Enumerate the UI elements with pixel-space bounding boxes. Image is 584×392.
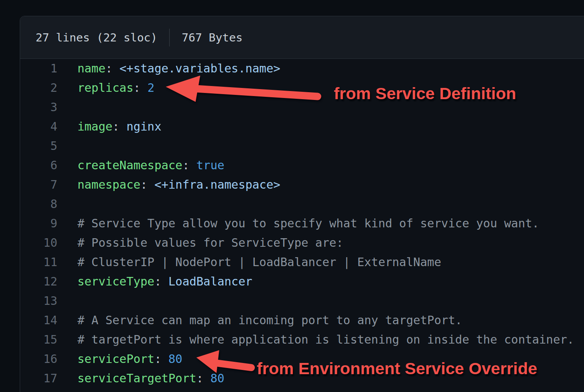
code-text: # Service Type allow you to specify what… (57, 214, 539, 233)
code-text: createNamespace: true (57, 156, 224, 175)
code-text (57, 194, 77, 214)
code-line: 15# targetPort is where application is l… (20, 330, 584, 349)
line-number[interactable]: 17 (20, 369, 57, 388)
code-text: # ClusterIP | NodePort | LoadBalancer | … (57, 253, 441, 272)
code-text (57, 98, 77, 117)
line-number[interactable]: 15 (20, 330, 57, 349)
code-text: image: nginx (57, 117, 161, 136)
code-text: serviceType: LoadBalancer (57, 272, 252, 291)
code-line: 4image: nginx (20, 117, 584, 136)
file-header-bar: 27 lines (22 sloc) 767 Bytes (20, 16, 584, 59)
line-number[interactable]: 3 (20, 98, 57, 117)
line-number[interactable]: 12 (20, 272, 57, 291)
code-line: 8 (20, 194, 584, 214)
code-line: 10# Possible values for ServiceType are: (20, 233, 584, 253)
line-number[interactable]: 11 (20, 253, 57, 272)
line-number[interactable]: 14 (20, 311, 57, 330)
code-line: 5 (20, 136, 584, 156)
line-number[interactable]: 6 (20, 156, 57, 175)
line-number[interactable]: 4 (20, 117, 57, 136)
code-line: 11# ClusterIP | NodePort | LoadBalancer … (20, 253, 584, 272)
line-number[interactable]: 1 (20, 59, 57, 78)
line-number[interactable]: 9 (20, 214, 57, 233)
line-number[interactable]: 2 (20, 78, 57, 98)
code-text: # A Service can map an incoming port to … (57, 311, 462, 330)
line-number[interactable]: 7 (20, 175, 57, 194)
line-number[interactable]: 8 (20, 194, 57, 214)
header-divider (169, 29, 170, 46)
red-arrow-icon (159, 72, 326, 110)
code-line: 7namespace: <+infra.namespace> (20, 175, 584, 194)
code-text: # Possible values for ServiceType are: (57, 233, 343, 253)
file-lines-count: 27 lines (22 sloc) (36, 31, 157, 44)
code-text: namespace: <+infra.namespace> (57, 175, 280, 194)
code-line: 6createNamespace: true (20, 156, 584, 175)
file-size: 767 Bytes (182, 31, 242, 44)
line-number[interactable]: 10 (20, 233, 57, 253)
code-text: replicas: 2 (57, 78, 155, 98)
code-text: # targetPort is where application is lis… (57, 330, 574, 349)
code-line: 12serviceType: LoadBalancer (20, 272, 584, 291)
red-arrow-icon (191, 346, 258, 376)
code-line: 13 (20, 291, 584, 311)
code-text (57, 136, 77, 156)
code-line: 9# Service Type allow you to specify wha… (20, 214, 584, 233)
annotation-label-service-definition: from Service Definition (334, 85, 516, 102)
code-line: 14# A Service can map an incoming port t… (20, 311, 584, 330)
line-number[interactable]: 5 (20, 136, 57, 156)
code-text (57, 291, 77, 311)
annotation-label-environment-service-override: from Environment Service Override (257, 360, 537, 377)
code-text: servicePort: 80 (57, 349, 182, 369)
line-number[interactable]: 13 (20, 291, 57, 311)
line-number[interactable]: 16 (20, 349, 57, 369)
